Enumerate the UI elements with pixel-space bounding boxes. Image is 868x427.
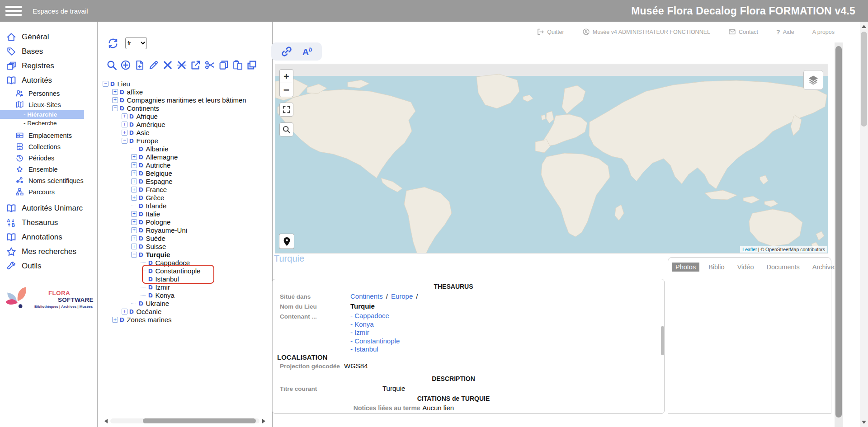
scroll-down-arrow-icon[interactable] <box>862 421 866 424</box>
collapse-icon[interactable] <box>122 138 127 144</box>
sidebar-item-outils[interactable]: Outils <box>0 259 97 273</box>
refresh-icon[interactable] <box>107 38 119 49</box>
expand-icon[interactable] <box>131 170 137 176</box>
expand-icon[interactable] <box>131 219 137 225</box>
tree-node-izmir[interactable]: DIzmir <box>98 283 273 291</box>
tree-node-allemagne[interactable]: DAllemagne <box>98 153 273 161</box>
tree-node-europe[interactable]: DEurope <box>98 136 273 145</box>
sidebar-item-collections[interactable]: Collections <box>0 141 97 152</box>
tree-node-turquie[interactable]: DTurquie <box>98 250 273 258</box>
edit-pencil-icon[interactable] <box>148 60 159 70</box>
collapse-icon[interactable] <box>103 81 108 87</box>
detach-icon[interactable] <box>176 60 187 70</box>
contenant-link-constantinople[interactable]: - Constantinople <box>350 337 400 345</box>
copy-icon[interactable] <box>218 60 229 70</box>
tree-node-lieu[interactable]: DLieu <box>98 80 273 88</box>
tree-node-royaume-uni[interactable]: DRoyaume-Uni <box>98 226 273 234</box>
tree-horizontal-scrollbar[interactable] <box>104 418 265 424</box>
map-layers-button[interactable] <box>803 70 823 90</box>
scroll-right-arrow-icon[interactable] <box>262 419 265 423</box>
tree-node-espagne[interactable]: DEspagne <box>98 177 273 185</box>
tree-node-autriche[interactable]: DAutriche <box>98 161 273 169</box>
expand-icon[interactable] <box>131 187 137 192</box>
scrollbar-thumb[interactable] <box>835 46 842 418</box>
expand-icon[interactable] <box>122 130 127 136</box>
tree-node-grece[interactable]: DGrèce <box>98 193 273 202</box>
scroll-up-arrow-icon[interactable] <box>862 25 866 28</box>
scrollbar-thumb[interactable] <box>143 418 256 423</box>
search-icon[interactable] <box>106 60 117 70</box>
breadcrumb-europe-link[interactable]: Europe <box>391 292 413 300</box>
expand-icon[interactable] <box>131 244 137 249</box>
breadcrumb-continents-link[interactable]: Continents <box>350 292 383 300</box>
sidebar-item-registres[interactable]: Registres <box>0 59 97 73</box>
tree-node-istanbul[interactable]: DIstanbul <box>98 275 273 283</box>
collapse-icon[interactable] <box>112 105 118 111</box>
tree-node-continents[interactable]: DContinents <box>98 104 273 112</box>
contenant-link-istanbul[interactable]: - Istanbul <box>350 345 378 353</box>
sidebar-item-noms-scientifiques[interactable]: Noms scientifiques <box>0 175 97 186</box>
tree-node-suisse[interactable]: DSuisse <box>98 242 273 250</box>
content-vertical-scrollbar[interactable] <box>835 42 843 427</box>
contenant-link-cappadoce[interactable]: - Cappadoce <box>350 312 389 319</box>
tree-node-ukraine[interactable]: DUkraine <box>98 299 273 307</box>
tree-node-afrique[interactable]: DAfrique <box>98 112 273 120</box>
sidebar-item-autorites[interactable]: Autorités <box>0 73 97 88</box>
tree-node-affixe[interactable]: Daffixe <box>98 88 273 96</box>
tree-node-irlande[interactable]: DIrlande <box>98 202 273 210</box>
scroll-left-arrow-icon[interactable] <box>104 419 108 423</box>
tree-node-belgique[interactable]: DBelgique <box>98 169 273 177</box>
expand-icon[interactable] <box>131 178 137 184</box>
tree-node-asie[interactable]: DAsie <box>98 128 273 136</box>
tree-node-konya[interactable]: DKonya <box>98 291 273 299</box>
expand-icon[interactable] <box>112 97 118 103</box>
expand-icon[interactable] <box>131 235 137 241</box>
term-label-icon[interactable]: Ab <box>302 47 312 56</box>
details-scrollbar-thumb[interactable] <box>661 326 664 355</box>
sidebar-item-recherche[interactable]: - Recherche <box>0 119 97 127</box>
contact-link[interactable]: Contact <box>728 28 758 36</box>
sidebar-item-general[interactable]: Général <box>0 30 97 44</box>
new-record-icon[interactable] <box>134 60 145 70</box>
open-external-icon[interactable] <box>190 60 201 70</box>
collapse-icon[interactable] <box>131 252 137 258</box>
leaflet-link[interactable]: Leaflet <box>742 247 757 252</box>
expand-icon[interactable] <box>122 113 127 119</box>
language-select[interactable]: fr <box>125 37 147 49</box>
browser-vertical-scrollbar[interactable] <box>860 22 868 427</box>
tree-node-pologne[interactable]: DPologne <box>98 218 273 226</box>
map-search-button[interactable] <box>279 122 293 136</box>
sidebar-item-hierarchie[interactable]: - Hiérarchie <box>0 110 84 119</box>
tab-biblio[interactable]: Biblio <box>705 263 728 272</box>
expand-icon[interactable] <box>112 89 118 95</box>
tree-node-constantinople[interactable]: DConstantinople <box>98 267 273 275</box>
paste-icon[interactable] <box>232 60 243 70</box>
map-zoom-out-button[interactable]: − <box>279 83 293 97</box>
user-account-link[interactable]: Musée v4 ADMINISTRATEUR FONCTIONNEL <box>582 28 710 36</box>
sidebar-item-parcours[interactable]: Parcours <box>0 186 97 197</box>
aide-link[interactable]: ?Aide <box>776 28 794 36</box>
sidebar-item-ensemble[interactable]: Ensemble <box>0 164 97 175</box>
sidebar-item-periodes[interactable]: Périodes <box>0 152 97 164</box>
sidebar-item-emplacements[interactable]: Emplacements <box>0 130 97 141</box>
tree-node-albanie[interactable]: DAlbanie <box>98 145 273 153</box>
tree-node-suede[interactable]: DSuède <box>98 234 273 242</box>
sidebar-item-lieux-sites[interactable]: Lieux-Sites <box>0 99 97 110</box>
expand-icon[interactable] <box>122 309 127 314</box>
map-fullscreen-button[interactable] <box>279 103 293 117</box>
hamburger-menu-icon[interactable] <box>5 6 22 16</box>
contenant-link-izmir[interactable]: - Izmir <box>350 328 369 336</box>
map-marker-button[interactable] <box>279 234 294 249</box>
map-zoom-in-button[interactable]: + <box>279 69 293 83</box>
sidebar-item-autorites-unimarc[interactable]: Autorités Unimarc <box>0 201 97 216</box>
sidebar-item-mes-recherches[interactable]: Mes recherches <box>0 244 97 259</box>
apropos-link[interactable]: A propos <box>812 29 835 35</box>
scrollbar-thumb[interactable] <box>861 32 867 127</box>
expand-icon[interactable] <box>122 122 127 127</box>
cut-scissors-icon[interactable] <box>204 60 215 70</box>
contenant-link-konya[interactable]: - Konya <box>350 320 374 328</box>
workspace-label[interactable]: Espaces de travail <box>33 7 88 15</box>
scrollbar-track[interactable] <box>110 418 259 423</box>
tree-node-compagnies[interactable]: DCompagnies maritimes et leurs bâtimen <box>98 96 273 104</box>
expand-icon[interactable] <box>112 317 118 323</box>
